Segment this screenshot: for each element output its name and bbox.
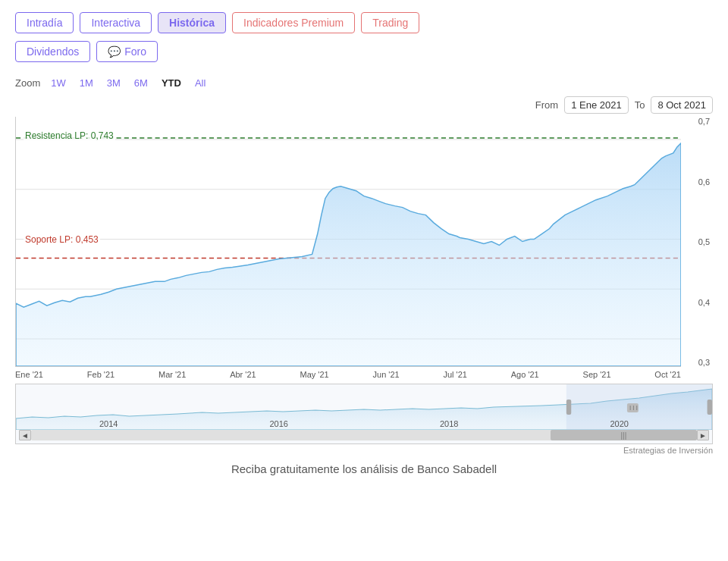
x-label-may: May '21	[300, 370, 329, 379]
y-label-06: 0,6	[698, 177, 710, 186]
main-chart-container: Resistencia LP: 0,743 Soporte LP: 0,453 …	[15, 117, 681, 367]
zoom-all[interactable]: All	[192, 76, 209, 90]
mini-chart-x-axis: 2014 2016 2018 2020	[16, 418, 712, 430]
historical-button[interactable]: Histórica	[158, 12, 226, 33]
x-label-jan: Ene '21	[15, 370, 43, 379]
x-label-oct: Oct '21	[654, 370, 681, 379]
nav-buttons-row1: Intradía Interactiva Histórica Indicador…	[15, 12, 713, 33]
mini-x-2020: 2020	[610, 419, 629, 428]
mini-chart[interactable]: 2014 2016 2018 2020 ◄ ||| ►	[15, 384, 713, 444]
premium-button[interactable]: Indicadores Premium	[232, 12, 355, 33]
chart-svg	[16, 117, 681, 366]
x-label-feb: Feb '21	[87, 370, 115, 379]
scrollbar: ◄ ||| ►	[16, 430, 712, 440]
intraday-button[interactable]: Intradía	[15, 12, 74, 33]
footer-banco-text: Reciba gratuitamente los análisis de Ban…	[15, 462, 713, 475]
x-label-sep: Sep '21	[583, 370, 611, 379]
y-label-03: 0,3	[698, 358, 710, 367]
zoom-1w[interactable]: 1W	[48, 76, 69, 90]
mini-x-2016: 2016	[270, 419, 288, 428]
from-date-input[interactable]: 1 Ene 2021	[564, 96, 629, 114]
forum-icon: 💬	[108, 45, 121, 58]
scroll-thumb[interactable]: |||	[551, 430, 697, 440]
trading-button[interactable]: Trading	[361, 12, 419, 33]
nav-buttons-row2: Dividendos 💬 Foro	[15, 41, 713, 62]
y-label-07: 0,7	[698, 117, 710, 126]
svg-rect-8	[708, 400, 712, 415]
zoom-row: Zoom 1W 1M 3M 6M YTD All	[15, 76, 713, 90]
scroll-left-button[interactable]: ◄	[19, 430, 31, 440]
resistance-label: Resistencia LP: 0,743	[24, 130, 115, 141]
zoom-label: Zoom	[15, 77, 40, 89]
x-label-aug: Ago '21	[511, 370, 539, 379]
x-label-apr: Abr '21	[230, 370, 256, 379]
to-label: To	[635, 99, 645, 111]
zoom-ytd[interactable]: YTD	[158, 76, 184, 90]
from-label: From	[535, 99, 558, 111]
forum-button[interactable]: 💬 Foro	[96, 41, 158, 62]
y-label-04: 0,4	[698, 298, 710, 307]
x-label-mar: Mar '21	[158, 370, 186, 379]
main-chart[interactable]: Resistencia LP: 0,743 Soporte LP: 0,453	[15, 117, 681, 367]
scroll-thumb-handle: |||	[621, 431, 627, 440]
svg-rect-7	[566, 400, 571, 415]
x-axis: Ene '21 Feb '21 Mar '21 Abr '21 May '21 …	[15, 367, 681, 382]
dividends-button[interactable]: Dividendos	[15, 41, 90, 62]
scroll-track[interactable]: |||	[31, 430, 697, 440]
x-label-jul: Jul '21	[443, 370, 466, 379]
interactive-button[interactable]: Interactiva	[80, 12, 152, 33]
date-range-row: From 1 Ene 2021 To 8 Oct 2021	[15, 96, 713, 114]
y-label-05: 0,5	[698, 237, 710, 246]
zoom-3m[interactable]: 3M	[104, 76, 124, 90]
y-axis: 0,7 0,6 0,5 0,4 0,3	[698, 117, 710, 367]
scroll-right-button[interactable]: ►	[697, 430, 709, 440]
zoom-6m[interactable]: 6M	[131, 76, 151, 90]
estrategias-label: Estrategias de Inversión	[15, 446, 713, 455]
support-label: Soporte LP: 0,453	[24, 234, 100, 245]
mini-x-2014: 2014	[99, 419, 118, 428]
x-label-jun: Jun '21	[373, 370, 400, 379]
mini-x-2018: 2018	[440, 419, 458, 428]
to-date-input[interactable]: 8 Oct 2021	[651, 96, 713, 114]
zoom-1m[interactable]: 1M	[77, 76, 96, 90]
